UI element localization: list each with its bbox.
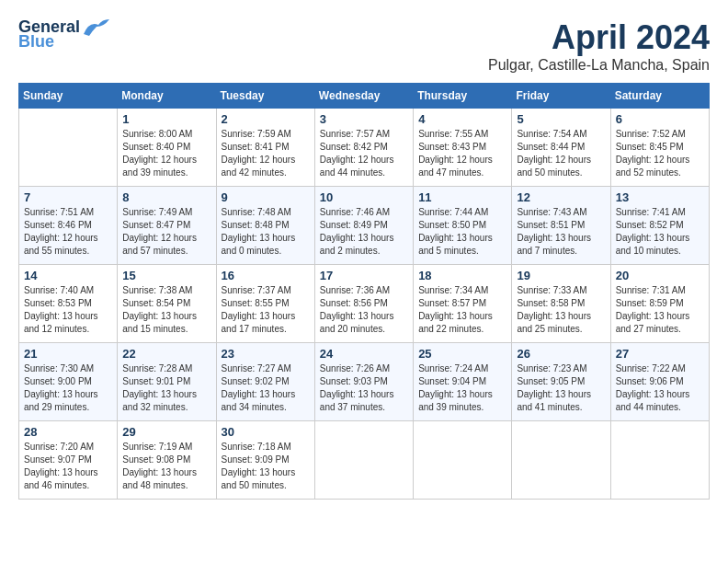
day-cell xyxy=(314,421,413,500)
day-cell: 3Sunrise: 7:57 AMSunset: 8:42 PMDaylight… xyxy=(314,109,413,187)
header-cell-monday: Monday xyxy=(118,84,216,109)
day-number: 3 xyxy=(320,112,408,126)
day-cell: 4Sunrise: 7:55 AMSunset: 8:43 PMDaylight… xyxy=(414,109,512,187)
day-number: 30 xyxy=(222,425,310,439)
day-number: 28 xyxy=(24,425,112,439)
day-cell: 18Sunrise: 7:34 AMSunset: 8:57 PMDayligh… xyxy=(414,265,512,343)
day-cell: 25Sunrise: 7:24 AMSunset: 9:04 PMDayligh… xyxy=(414,343,512,421)
week-row: 21Sunrise: 7:30 AMSunset: 9:00 PMDayligh… xyxy=(19,343,710,421)
day-info: Sunrise: 7:40 AMSunset: 8:53 PMDaylight:… xyxy=(24,284,112,336)
day-cell: 11Sunrise: 7:44 AMSunset: 8:50 PMDayligh… xyxy=(414,187,512,265)
day-number: 21 xyxy=(24,347,112,361)
day-info: Sunrise: 7:26 AMSunset: 9:03 PMDaylight:… xyxy=(320,362,408,414)
day-info: Sunrise: 7:24 AMSunset: 9:04 PMDaylight:… xyxy=(418,362,506,414)
day-info: Sunrise: 7:44 AMSunset: 8:50 PMDaylight:… xyxy=(418,206,506,258)
day-cell: 15Sunrise: 7:38 AMSunset: 8:54 PMDayligh… xyxy=(118,265,216,343)
day-info: Sunrise: 7:20 AMSunset: 9:07 PMDaylight:… xyxy=(24,441,112,492)
day-number: 1 xyxy=(122,112,210,126)
week-row: 14Sunrise: 7:40 AMSunset: 8:53 PMDayligh… xyxy=(19,265,710,343)
calendar-subtitle: Pulgar, Castille-La Mancha, Spain xyxy=(488,57,710,74)
day-cell: 7Sunrise: 7:51 AMSunset: 8:46 PMDaylight… xyxy=(19,187,118,265)
day-cell: 17Sunrise: 7:36 AMSunset: 8:56 PMDayligh… xyxy=(314,265,413,343)
week-row: 7Sunrise: 7:51 AMSunset: 8:46 PMDaylight… xyxy=(19,187,710,265)
day-cell: 1Sunrise: 8:00 AMSunset: 8:40 PMDaylight… xyxy=(118,109,216,187)
day-number: 23 xyxy=(222,347,310,361)
day-number: 7 xyxy=(24,190,112,204)
page-header: General Blue April 2024 Pulgar, Castille… xyxy=(18,18,710,74)
day-info: Sunrise: 7:41 AMSunset: 8:52 PMDaylight:… xyxy=(616,206,704,258)
day-info: Sunrise: 7:23 AMSunset: 9:05 PMDaylight:… xyxy=(517,362,605,414)
day-number: 29 xyxy=(122,425,210,439)
day-number: 19 xyxy=(517,269,605,282)
title-block: April 2024 Pulgar, Castille-La Mancha, S… xyxy=(488,18,710,74)
day-info: Sunrise: 7:34 AMSunset: 8:57 PMDaylight:… xyxy=(418,284,506,336)
day-info: Sunrise: 7:31 AMSunset: 8:59 PMDaylight:… xyxy=(616,284,704,336)
header-row: SundayMondayTuesdayWednesdayThursdayFrid… xyxy=(19,84,710,109)
day-cell: 12Sunrise: 7:43 AMSunset: 8:51 PMDayligh… xyxy=(512,187,610,265)
calendar-table: SundayMondayTuesdayWednesdayThursdayFrid… xyxy=(18,83,710,500)
calendar-body: 1Sunrise: 8:00 AMSunset: 8:40 PMDaylight… xyxy=(19,109,710,500)
header-cell-saturday: Saturday xyxy=(610,84,709,109)
day-number: 6 xyxy=(616,112,704,126)
day-number: 14 xyxy=(24,269,112,282)
day-number: 24 xyxy=(320,347,408,361)
day-cell xyxy=(512,421,610,500)
day-cell: 10Sunrise: 7:46 AMSunset: 8:49 PMDayligh… xyxy=(314,187,413,265)
day-number: 11 xyxy=(418,190,506,204)
day-info: Sunrise: 8:00 AMSunset: 8:40 PMDaylight:… xyxy=(122,128,210,179)
day-cell: 27Sunrise: 7:22 AMSunset: 9:06 PMDayligh… xyxy=(610,343,709,421)
logo-text-blue: Blue xyxy=(18,33,80,50)
day-cell: 16Sunrise: 7:37 AMSunset: 8:55 PMDayligh… xyxy=(216,265,314,343)
day-info: Sunrise: 7:27 AMSunset: 9:02 PMDaylight:… xyxy=(222,362,310,414)
day-number: 2 xyxy=(222,112,310,126)
day-info: Sunrise: 7:59 AMSunset: 8:41 PMDaylight:… xyxy=(222,128,310,179)
day-cell: 23Sunrise: 7:27 AMSunset: 9:02 PMDayligh… xyxy=(216,343,314,421)
day-info: Sunrise: 7:38 AMSunset: 8:54 PMDaylight:… xyxy=(122,284,210,336)
day-info: Sunrise: 7:54 AMSunset: 8:44 PMDaylight:… xyxy=(517,128,605,179)
day-info: Sunrise: 7:36 AMSunset: 8:56 PMDaylight:… xyxy=(320,284,408,336)
day-info: Sunrise: 7:37 AMSunset: 8:55 PMDaylight:… xyxy=(222,284,310,336)
logo: General Blue xyxy=(18,18,111,50)
day-info: Sunrise: 7:52 AMSunset: 8:45 PMDaylight:… xyxy=(616,128,704,179)
day-info: Sunrise: 7:57 AMSunset: 8:42 PMDaylight:… xyxy=(320,128,408,179)
day-cell: 13Sunrise: 7:41 AMSunset: 8:52 PMDayligh… xyxy=(610,187,709,265)
day-cell xyxy=(414,421,512,500)
day-info: Sunrise: 7:33 AMSunset: 8:58 PMDaylight:… xyxy=(517,284,605,336)
day-number: 15 xyxy=(122,269,210,282)
day-info: Sunrise: 7:49 AMSunset: 8:47 PMDaylight:… xyxy=(122,206,210,258)
day-number: 27 xyxy=(616,347,704,361)
day-info: Sunrise: 7:46 AMSunset: 8:49 PMDaylight:… xyxy=(320,206,408,258)
day-info: Sunrise: 7:22 AMSunset: 9:06 PMDaylight:… xyxy=(616,362,704,414)
day-number: 12 xyxy=(517,190,605,204)
day-info: Sunrise: 7:43 AMSunset: 8:51 PMDaylight:… xyxy=(517,206,605,258)
day-cell: 14Sunrise: 7:40 AMSunset: 8:53 PMDayligh… xyxy=(19,265,118,343)
day-number: 8 xyxy=(122,190,210,204)
day-cell xyxy=(610,421,709,500)
day-cell: 26Sunrise: 7:23 AMSunset: 9:05 PMDayligh… xyxy=(512,343,610,421)
header-cell-friday: Friday xyxy=(512,84,610,109)
day-info: Sunrise: 7:51 AMSunset: 8:46 PMDaylight:… xyxy=(24,206,112,258)
day-info: Sunrise: 7:55 AMSunset: 8:43 PMDaylight:… xyxy=(418,128,506,179)
day-cell: 6Sunrise: 7:52 AMSunset: 8:45 PMDaylight… xyxy=(610,109,709,187)
day-info: Sunrise: 7:18 AMSunset: 9:09 PMDaylight:… xyxy=(222,441,310,492)
day-cell: 29Sunrise: 7:19 AMSunset: 9:08 PMDayligh… xyxy=(118,421,216,500)
day-number: 26 xyxy=(517,347,605,361)
day-cell: 8Sunrise: 7:49 AMSunset: 8:47 PMDaylight… xyxy=(118,187,216,265)
header-cell-thursday: Thursday xyxy=(414,84,512,109)
day-number: 20 xyxy=(616,269,704,282)
calendar-header: SundayMondayTuesdayWednesdayThursdayFrid… xyxy=(19,84,710,109)
day-cell xyxy=(19,109,118,187)
day-cell: 5Sunrise: 7:54 AMSunset: 8:44 PMDaylight… xyxy=(512,109,610,187)
day-info: Sunrise: 7:19 AMSunset: 9:08 PMDaylight:… xyxy=(122,441,210,492)
day-number: 13 xyxy=(616,190,704,204)
day-cell: 19Sunrise: 7:33 AMSunset: 8:58 PMDayligh… xyxy=(512,265,610,343)
day-number: 17 xyxy=(320,269,408,282)
day-info: Sunrise: 7:48 AMSunset: 8:48 PMDaylight:… xyxy=(222,206,310,258)
calendar-title: April 2024 xyxy=(488,18,710,57)
day-info: Sunrise: 7:30 AMSunset: 9:00 PMDaylight:… xyxy=(24,362,112,414)
day-cell: 20Sunrise: 7:31 AMSunset: 8:59 PMDayligh… xyxy=(610,265,709,343)
day-number: 22 xyxy=(122,347,210,361)
week-row: 1Sunrise: 8:00 AMSunset: 8:40 PMDaylight… xyxy=(19,109,710,187)
day-number: 9 xyxy=(222,190,310,204)
day-info: Sunrise: 7:28 AMSunset: 9:01 PMDaylight:… xyxy=(122,362,210,414)
